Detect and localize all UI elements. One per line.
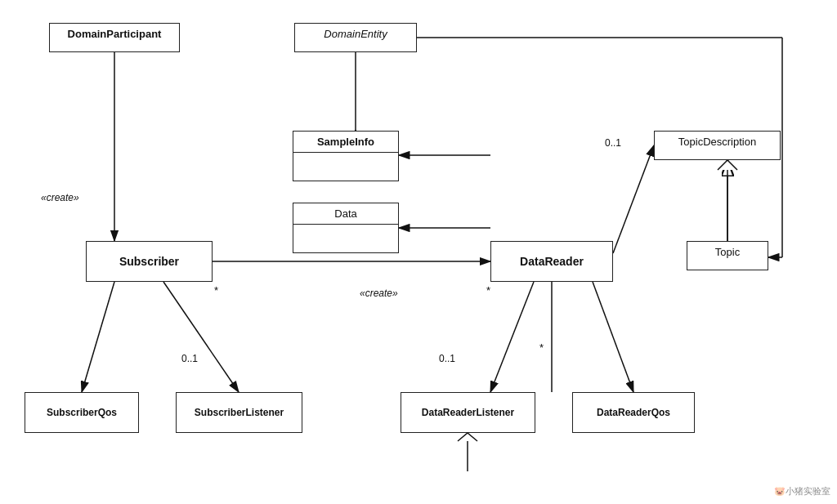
section-data — [293, 224, 398, 243]
line-datareader-topicdesc — [613, 145, 654, 253]
label-zero3: 0..1 — [439, 353, 455, 364]
box-subscriberlistener: SubscriberListener — [176, 392, 302, 433]
label-datareaderlistener: DataReaderListener — [415, 403, 521, 422]
line-sub-qos — [82, 282, 114, 392]
line-sub-listener — [163, 282, 239, 392]
label-star3: * — [539, 341, 544, 354]
box-data: Data — [293, 203, 399, 253]
label-star2: * — [486, 284, 490, 297]
inherit-triangle-topic — [718, 160, 737, 170]
label-domainparticipant: DomainParticipant — [50, 24, 179, 44]
box-subscriber: Subscriber — [86, 241, 213, 282]
box-domainparticipant: DomainParticipant — [49, 23, 180, 52]
label-star1: * — [214, 284, 218, 297]
label-data: Data — [293, 203, 398, 224]
box-topic: Topic — [687, 241, 768, 270]
box-sampleinfo: SampleInfo — [293, 131, 399, 181]
label-topicdescription: TopicDescription — [655, 132, 780, 152]
box-datareaderlistener: DataReaderListener — [401, 392, 535, 433]
listener-inherit-triangle — [458, 433, 477, 441]
label-subscriber: Subscriber — [113, 251, 186, 272]
label-create1: «create» — [41, 192, 79, 203]
watermark: 🐷小猪实验室 — [774, 485, 830, 497]
box-datareader: DataReader — [490, 241, 613, 282]
line-datareader-qos — [593, 282, 633, 392]
box-subscriberqos: SubscriberQos — [25, 392, 139, 433]
label-datareaderqos: DataReaderQos — [590, 403, 677, 422]
label-topic: Topic — [687, 242, 768, 262]
label-subscriberqos: SubscriberQos — [40, 403, 123, 422]
box-datareaderqos: DataReaderQos — [572, 392, 695, 433]
label-domainentity: DomainEntity — [295, 24, 416, 44]
label-sampleinfo: SampleInfo — [293, 132, 398, 152]
box-domainentity: DomainEntity — [294, 23, 417, 52]
box-topicdescription: TopicDescription — [654, 131, 781, 160]
label-subscriberlistener: SubscriberListener — [188, 403, 290, 422]
label-datareader: DataReader — [513, 251, 590, 272]
diagram-container: DomainParticipant DomainEntity SampleInf… — [0, 0, 837, 504]
line-datareader-listener — [490, 282, 534, 392]
label-zero2: 0..1 — [181, 353, 198, 364]
label-zero1: 0..1 — [605, 137, 621, 149]
section-sampleinfo — [293, 152, 398, 172]
label-create2: «create» — [360, 288, 398, 299]
